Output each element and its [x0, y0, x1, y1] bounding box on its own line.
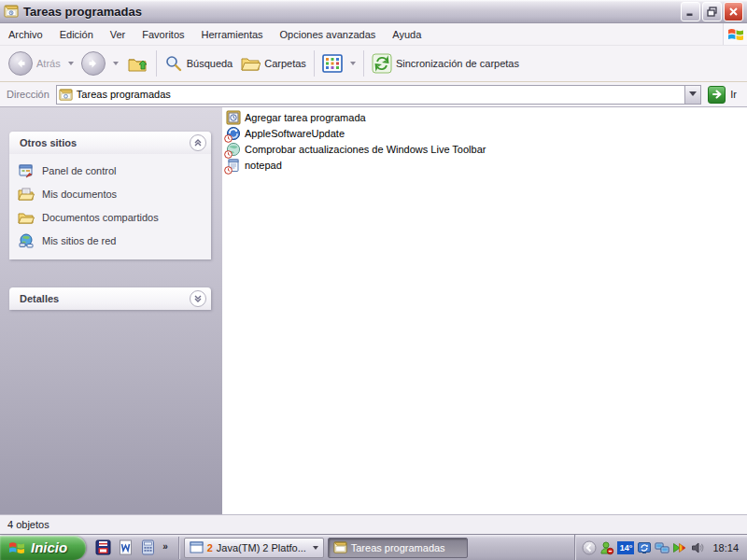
quick-launch: »: [86, 539, 176, 555]
weather-temperature-badge[interactable]: 14°: [617, 541, 634, 554]
sidebar-item-network-places[interactable]: Mis sitios de red: [18, 232, 204, 249]
folder-sync-button[interactable]: Sincronización de carpetas: [368, 48, 523, 79]
minimize-button[interactable]: [681, 2, 700, 21]
apple-software-update-icon: [226, 126, 241, 141]
other-places-title: Otros sitios: [20, 137, 190, 148]
back-button[interactable]: Atrás: [5, 48, 64, 79]
toolbar: Atrás Bús: [0, 46, 747, 82]
folder-sync-icon: [372, 53, 392, 74]
list-item-apple-software-update[interactable]: AppleSoftwareUpdate: [222, 125, 747, 141]
go-button[interactable]: Ir: [701, 86, 744, 104]
explorer-window: Tareas programadas Archivo Edición Ver F: [0, 0, 747, 534]
close-button[interactable]: [724, 2, 743, 21]
file-label: Comprobar actualizaciones de Windows Liv…: [245, 144, 486, 155]
task-group-dropdown-icon[interactable]: [313, 546, 318, 550]
restore-button[interactable]: [702, 2, 722, 21]
toolbar-separator: [156, 50, 157, 77]
forward-button[interactable]: [78, 48, 109, 79]
up-folder-icon: [126, 52, 148, 75]
go-icon: [708, 86, 726, 104]
chevron-down-icon: [689, 91, 697, 97]
menu-herramientas[interactable]: Herramientas: [193, 25, 272, 44]
clock[interactable]: 18:14: [712, 542, 739, 553]
minimize-icon: [685, 7, 696, 17]
back-dropdown-icon[interactable]: [68, 62, 74, 65]
scheduled-tasks-icon: [59, 88, 73, 102]
sidebar-item-label: Panel de control: [42, 165, 117, 176]
address-label: Dirección: [7, 89, 49, 100]
quick-launch-calculator-icon[interactable]: [140, 539, 156, 555]
sidebar-item-label: Documentos compartidos: [42, 212, 159, 223]
address-input[interactable]: Tareas programadas: [56, 85, 701, 105]
views-dropdown-icon[interactable]: [350, 62, 356, 65]
list-item-notepad[interactable]: notepad: [222, 157, 747, 173]
search-button[interactable]: Búsqueda: [161, 48, 237, 79]
views-button[interactable]: [318, 48, 346, 79]
file-label: Agregar tarea programada: [245, 112, 366, 123]
quick-launch-floppy-icon[interactable]: [95, 539, 111, 555]
task-button-tareas-programadas[interactable]: Tareas programadas: [328, 538, 468, 558]
close-icon: [728, 7, 739, 17]
address-bar: Dirección Tareas programadas Ir: [0, 82, 747, 107]
list-item-add-scheduled-task[interactable]: Agregar tarea programada: [222, 109, 747, 125]
collapse-panel-button[interactable]: [190, 134, 206, 151]
forward-dropdown-icon[interactable]: [113, 62, 119, 65]
quick-launch-word-icon[interactable]: [118, 539, 134, 555]
menu-ayuda[interactable]: Ayuda: [384, 25, 430, 44]
search-icon: [164, 54, 183, 73]
task-label: Java(TM) 2 Platfo...: [217, 542, 306, 553]
desktop: Tareas programadas Archivo Edición Ver F: [0, 0, 747, 560]
sidebar-item-label: Mis sitios de red: [42, 235, 116, 246]
messenger-status-icon[interactable]: [599, 540, 614, 555]
task-button-java[interactable]: 2 Java(TM) 2 Platfo...: [184, 538, 324, 558]
back-icon: [8, 51, 33, 76]
network-connection-icon[interactable]: [655, 540, 669, 555]
content-area: Otros sitios: [0, 107, 747, 514]
menu-edicion[interactable]: Edición: [51, 25, 102, 44]
folders-button[interactable]: Carpetas: [236, 48, 310, 79]
window-title: Tareas programadas: [23, 5, 679, 19]
menu-favoritos[interactable]: Favoritos: [134, 25, 192, 44]
status-bar: 4 objetos: [0, 514, 747, 534]
menu-opciones-avanzadas[interactable]: Opciones avanzadas: [272, 25, 385, 44]
menu-bar: Archivo Edición Ver Favoritos Herramient…: [0, 23, 747, 46]
titlebar[interactable]: Tareas programadas: [0, 0, 747, 23]
menu-ver[interactable]: Ver: [102, 25, 134, 44]
folders-icon: [240, 54, 261, 73]
toolbar-separator: [363, 50, 364, 77]
folder-sync-label: Sincronización de carpetas: [396, 58, 519, 69]
volume-icon[interactable]: [690, 540, 705, 555]
file-list: Agregar tarea programada: [222, 107, 747, 514]
notepad-icon: [226, 158, 241, 173]
address-value: Tareas programadas: [77, 89, 171, 100]
sidebar-item-label: Mis documentos: [42, 189, 117, 200]
list-item-windows-live-toolbar[interactable]: Comprobar actualizaciones de Windows Liv…: [222, 141, 747, 157]
expand-panel-button[interactable]: [190, 290, 206, 307]
windows-live-toolbar-icon: [226, 142, 241, 157]
windows-update-icon[interactable]: [637, 540, 652, 555]
network-places-icon: [18, 233, 35, 248]
forward-icon: [81, 51, 106, 76]
details-title: Detalles: [20, 293, 190, 304]
sidebar-item-shared-documents[interactable]: Documentos compartidos: [18, 209, 204, 226]
go-label: Ir: [730, 89, 737, 100]
taskbar: Inicio »: [0, 534, 747, 560]
media-fastforward-icon[interactable]: [672, 540, 687, 555]
menu-archivo[interactable]: Archivo: [0, 25, 51, 44]
file-label: AppleSoftwareUpdate: [245, 128, 345, 139]
quick-launch-overflow-chevron[interactable]: »: [162, 541, 168, 552]
toolbar-separator: [314, 50, 315, 77]
address-dropdown-button[interactable]: [684, 86, 700, 104]
up-button[interactable]: [122, 48, 152, 79]
sidebar-item-control-panel[interactable]: Panel de control: [18, 162, 204, 179]
window-icon: [190, 541, 204, 553]
tray-collapse-icon[interactable]: [582, 540, 597, 555]
details-header[interactable]: Detalles: [9, 287, 211, 310]
restore-icon: [707, 7, 717, 17]
task-group-count: 2: [207, 542, 213, 553]
other-places-header[interactable]: Otros sitios: [9, 132, 211, 154]
start-button[interactable]: Inicio: [0, 536, 86, 560]
views-icon: [322, 54, 343, 73]
search-label: Búsqueda: [187, 58, 233, 69]
sidebar-item-my-documents[interactable]: Mis documentos: [18, 186, 204, 203]
